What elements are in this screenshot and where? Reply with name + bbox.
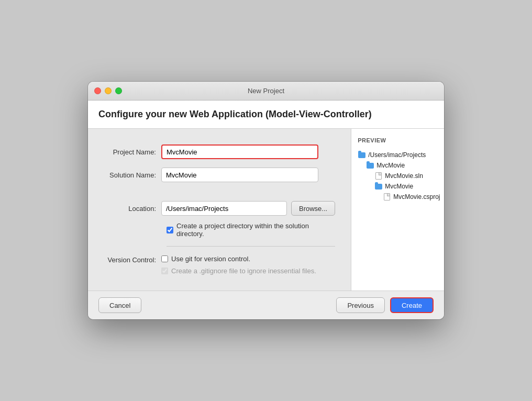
create-gitignore-label: Create a .gitignore file to ignore iness… [171,267,316,275]
close-button[interactable] [94,87,101,94]
folder-icon [366,161,374,170]
previous-button[interactable]: Previous [336,297,385,313]
tree-item-label: MvcMovie.sln [385,172,423,180]
use-git-label: Use git for version control. [171,255,250,263]
maximize-button[interactable] [115,87,122,94]
solution-name-row: Solution Name: [98,168,335,182]
folder-icon [374,182,383,191]
folder-icon [358,151,366,159]
cancel-button[interactable]: Cancel [98,297,141,313]
file-icon [374,172,383,180]
new-project-window: New Project Configure your new Web Appli… [88,82,444,319]
project-name-input[interactable] [161,144,318,159]
titlebar: New Project [88,82,444,101]
create-project-dir-row: Create a project directory within the so… [167,222,335,238]
tree-item-label: MvcMovie [376,162,405,169]
tree-item-label: /Users/imac/Projects [368,151,426,159]
tree-item: MvcMovie [358,181,440,192]
project-name-label: Project Name: [98,148,161,156]
page-header: Configure your new Web Application (Mode… [88,101,444,129]
traffic-lights [94,87,122,94]
tree-item: MvcMovie [358,160,440,171]
tree-item: /Users/imac/Projects [358,150,440,160]
use-git-row: Use git for version control. [161,255,316,263]
page-title: Configure your new Web Application (Mode… [98,109,372,119]
project-name-row: Project Name: [98,144,335,159]
separator [167,246,335,247]
minimize-button[interactable] [105,87,112,94]
location-row: Location: Browse... [98,201,335,216]
tree-item-label: MvcMovie.csproj [393,193,440,200]
tree-item-label: MvcMovie [385,183,413,190]
create-gitignore-row: Create a .gitignore file to ignore iness… [161,267,316,275]
window-title: New Project [248,87,284,95]
solution-name-label: Solution Name: [98,171,161,179]
create-button[interactable]: Create [390,297,434,313]
create-project-dir-label: Create a project directory within the so… [176,222,335,238]
version-control-label: Version Control: [98,255,161,264]
form-area: Project Name: Solution Name: Location: B… [88,129,351,291]
preview-title: PREVIEW [358,137,440,143]
browse-button[interactable]: Browse... [291,201,335,216]
main-body: Project Name: Solution Name: Location: B… [88,129,444,291]
location-label: Location: [98,205,161,213]
location-input[interactable] [161,201,287,216]
create-project-dir-checkbox[interactable] [167,227,173,233]
preview-panel: PREVIEW /Users/imac/Projects MvcMovie Mv… [351,129,444,291]
tree-item: MvcMovie.csproj [358,192,440,202]
footer: Cancel Previous Create [88,291,444,319]
version-options: Use git for version control. Create a .g… [161,255,316,275]
use-git-checkbox[interactable] [161,255,168,262]
solution-name-input[interactable] [161,168,318,182]
tree-item: MvcMovie.sln [358,171,440,181]
create-gitignore-checkbox [161,268,168,274]
version-control-section: Version Control: Use git for version con… [98,255,335,275]
right-buttons: Previous Create [336,297,434,313]
file-icon [383,193,391,201]
